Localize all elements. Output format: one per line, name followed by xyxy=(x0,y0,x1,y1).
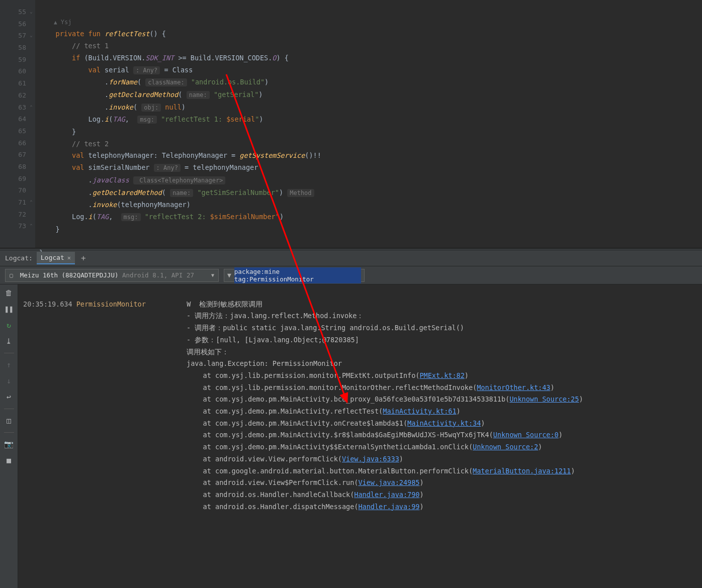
line-number: 60 xyxy=(0,65,26,77)
stack-line: at com.ysj.lib.permission.monitor.PMExtK… xyxy=(187,371,419,379)
stack-line: at com.ysj.demo.pm.MainActivity$$Externa… xyxy=(187,443,473,451)
log-line: java.lang.Exception: PermissionMonitor xyxy=(187,359,342,367)
stack-line: at com.google.android.material.button.Ma… xyxy=(187,467,473,475)
line-number: 56 xyxy=(0,18,26,30)
author-hint: Ysj xyxy=(61,19,72,26)
source-link[interactable]: MonitorOther.kt:43 xyxy=(477,383,550,391)
arrow-down-icon[interactable]: ↓ xyxy=(5,376,14,385)
chevron-down-icon: ▼ xyxy=(211,272,214,278)
stack-line: at android.view.View$PerformClick.run( xyxy=(187,478,358,486)
filter-icon: ▼ xyxy=(227,271,231,279)
code-content[interactable]: ▲ Ysj private fun reflectTest() { // tes… xyxy=(35,0,702,248)
line-number: 61 xyxy=(0,77,26,89)
stack-line: at com.ysj.lib.permission.monitor.Monito… xyxy=(187,383,477,391)
split-icon[interactable]: ◫ xyxy=(5,416,14,425)
source-link[interactable]: View.java:6333 xyxy=(342,455,399,463)
source-link[interactable]: Unknown Source:0 xyxy=(493,431,559,439)
fold-icon[interactable]: ⌃ xyxy=(28,220,34,232)
phone-icon: ▢ xyxy=(10,272,13,279)
log-tag: PermissionMonitor xyxy=(76,300,146,308)
stack-line: at com.ysj.demo.pm.MainActivity.$r8$lamb… xyxy=(187,431,493,439)
record-icon[interactable]: ■ xyxy=(5,456,14,465)
fold-icon[interactable]: ⌃ xyxy=(28,197,34,209)
line-number-gutter: 55 56 57 58 59 60 61 62 63 64 65 66 67 6… xyxy=(0,0,35,248)
source-link[interactable]: Handler.java:99 xyxy=(358,503,419,511)
line-number: 71 xyxy=(0,197,26,209)
logcat-output[interactable]: 20:35:19.634 PermissionMonitor W 检测到敏感权限… xyxy=(18,284,702,588)
device-name: Meizu 16th (882QADTEPDJJU) xyxy=(20,271,119,279)
filter-token: package:mine tag:PermissionMonitor xyxy=(234,267,361,283)
tab-logcat[interactable]: Logcat ✕ xyxy=(37,252,75,264)
line-number: 67 xyxy=(0,149,26,161)
stack-line: at com.ysj.demo.pm.MainActivity.reflectT… xyxy=(187,407,383,415)
device-selector[interactable]: ▢ Meizu 16th (882QADTEPDJJU) Android 8.1… xyxy=(5,269,219,282)
source-link[interactable]: Unknown Source:25 xyxy=(509,395,579,403)
line-number: 62 xyxy=(0,89,26,102)
line-number: 73 xyxy=(0,220,26,232)
arrow-up-icon[interactable]: ↑ xyxy=(5,360,14,369)
stack-line: at android.view.View.performClick( xyxy=(187,455,342,463)
line-number: 57 xyxy=(0,30,26,42)
line-number: 72 xyxy=(0,209,26,221)
log-line: - 参数：[null, [Ljava.lang.Object;@7820385] xyxy=(187,336,359,344)
log-line: - 调用方法：java.lang.reflect.Method.invoke： xyxy=(187,312,364,320)
device-version: Android 8.1, API 27 xyxy=(122,271,194,279)
fold-icon[interactable]: ⌃ xyxy=(28,102,34,114)
line-number: 55 xyxy=(0,6,26,18)
fold-icon[interactable]: ⌄ xyxy=(28,30,34,42)
source-link[interactable]: View.java:24985 xyxy=(358,478,419,486)
log-level: W xyxy=(187,300,191,308)
line-number: 59 xyxy=(0,54,26,66)
trash-icon[interactable]: 🗑 xyxy=(5,288,14,298)
stack-line: at android.os.Handler.dispatchMessage( xyxy=(187,503,358,511)
screenshot-icon[interactable]: 📷 xyxy=(5,440,14,449)
source-link[interactable]: MaterialButton.java:1211 xyxy=(473,467,571,475)
line-number: 65 xyxy=(0,125,26,137)
source-link[interactable]: MainActivity.kt:61 xyxy=(383,407,456,415)
logcat-sidebar: 🗑 ❚❚ ↻ ⤓ ↑ ↓ ↩ ◫ 📷 ■ xyxy=(0,284,18,588)
line-number: 63 xyxy=(0,102,26,114)
logcat-filter-input[interactable]: ▼ package:mine tag:PermissionMonitor xyxy=(224,269,365,282)
author-icon: ▲ xyxy=(54,19,57,26)
stack-line: at com.ysj.demo.pm.MainActivity.onCreate… xyxy=(187,419,407,427)
source-link[interactable]: PMExt.kt:82 xyxy=(419,371,464,379)
logcat-panel-label: Logcat: xyxy=(5,254,33,262)
pause-icon[interactable]: ❚❚ xyxy=(5,305,14,314)
log-line: 调用栈如下： xyxy=(187,348,229,356)
log-timestamp: 20:35:19.634 xyxy=(23,300,72,308)
code-editor[interactable]: 55 56 57 58 59 60 61 62 63 64 65 66 67 6… xyxy=(0,0,702,248)
stack-line: at com.ysj.demo.pm.MainActivity.bcu_prox… xyxy=(187,395,509,403)
close-icon[interactable]: ✕ xyxy=(67,254,71,261)
line-number: 66 xyxy=(0,137,26,149)
tab-label: Logcat xyxy=(41,254,64,261)
line-number: 70 xyxy=(0,184,26,197)
add-tab-button[interactable]: + xyxy=(81,253,86,263)
fold-icon[interactable]: ⌄ xyxy=(28,6,34,18)
log-line: - 调用者：public static java.lang.String and… xyxy=(187,324,464,332)
log-line: 检测到敏感权限调用 xyxy=(199,300,262,308)
scroll-end-icon[interactable]: ⤓ xyxy=(5,337,14,346)
line-number: 58 xyxy=(0,42,26,54)
restart-icon[interactable]: ↻ xyxy=(5,321,14,330)
line-number: 64 xyxy=(0,113,26,125)
soft-wrap-icon[interactable]: ↩ xyxy=(5,393,14,402)
line-number: 69 xyxy=(0,173,26,185)
source-link[interactable]: Handler.java:790 xyxy=(354,491,419,499)
source-link[interactable]: MainActivity.kt:34 xyxy=(407,419,481,427)
source-link[interactable]: Unknown Source:2 xyxy=(473,443,538,451)
stack-line: at android.os.Handler.handleCallback( xyxy=(187,491,354,499)
line-number: 68 xyxy=(0,161,26,173)
